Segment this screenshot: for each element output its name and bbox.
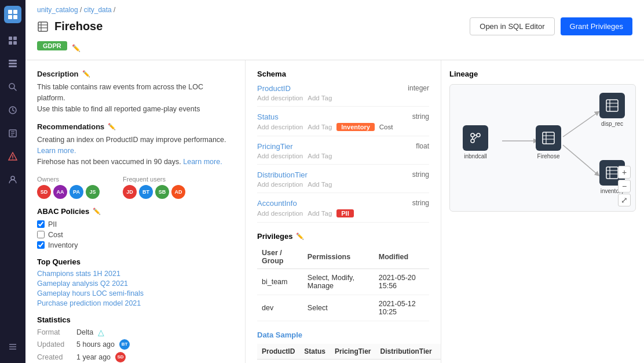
avatar[interactable]: SD — [37, 185, 51, 199]
description-edit-icon[interactable]: ✏️ — [82, 70, 90, 78]
abac-inventory-checkbox[interactable] — [37, 241, 45, 249]
sidebar-item-catalog[interactable] — [2, 53, 23, 74]
field-name-status[interactable]: Status — [257, 112, 279, 121]
data-sample-title: Data Sample — [257, 331, 429, 339]
svg-rect-10 — [9, 66, 17, 67]
schema-row-accountinfo: AccountInfostring Add description Add Ta… — [257, 199, 429, 223]
svg-rect-2 — [8, 15, 12, 19]
rec-learn-more-2[interactable]: Learn more. — [183, 158, 222, 166]
breadcrumb-unity-catalog[interactable]: unity_catalog — [37, 6, 78, 14]
lineage-node-inbndcall[interactable]: inbndcall — [463, 125, 488, 159]
lineage-node-firehose[interactable]: Firehose — [536, 125, 561, 159]
query-link-1[interactable]: Champions stats 1H 2021 — [37, 270, 233, 278]
inbndcall-label: inbndcall — [464, 153, 486, 159]
query-link-3[interactable]: Gameplay hours LOC semi-finals — [37, 289, 233, 297]
query-link-2[interactable]: Gameplay analysis Q2 2021 — [37, 279, 233, 288]
recommendations-edit-icon[interactable]: ✏️ — [108, 123, 116, 130]
disp-rec-box — [599, 93, 625, 118]
field-name-pricingtier[interactable]: PricingTier — [257, 142, 293, 151]
owners-row: Owners SD AA PA JS Frequent users JD BT … — [37, 176, 233, 199]
lineage-canvas[interactable]: inbndcall Firehose — [449, 84, 636, 212]
sidebar-item-settings[interactable] — [2, 336, 23, 357]
frequent-users-group: Frequent users JD BT SB AD — [123, 176, 185, 199]
svg-rect-4 — [9, 37, 12, 40]
schema-row-distributiontier: DistributionTierstring Add description A… — [257, 170, 429, 193]
avatar[interactable]: JD — [123, 185, 137, 199]
sidebar-item-grid[interactable] — [2, 30, 23, 51]
zoom-out-button[interactable]: − — [618, 180, 631, 193]
svg-rect-46 — [606, 167, 618, 179]
avatar[interactable]: JS — [86, 185, 100, 199]
sidebar-item-alerts[interactable] — [2, 146, 23, 167]
svg-rect-38 — [543, 132, 554, 144]
schema-row-productid: ProductIDinteger Add description Add Tag — [257, 84, 429, 107]
inbndcall-box — [463, 125, 488, 151]
rec-learn-more-1[interactable]: Learn more. — [37, 147, 76, 155]
created-avatar[interactable]: SD — [115, 352, 126, 362]
field-name-distributiontier[interactable]: DistributionTier — [257, 170, 308, 179]
priv-row-biteam: bi_team Select, Modify, Manage 2021-05-2… — [257, 269, 429, 295]
sample-distributiontier: Enterprise — [376, 360, 437, 364]
abac-cost-checkbox[interactable] — [37, 231, 45, 238]
query-link-4[interactable]: Purchase prediction model 2021 — [37, 299, 233, 307]
header: unity_catalog / city_data / Firehose Ope — [25, 0, 644, 60]
zoom-in-button[interactable]: + — [618, 166, 631, 179]
abac-cost-row: Cost — [37, 231, 233, 239]
sidebar-item-search[interactable] — [2, 77, 23, 97]
sidebar-item-governance[interactable] — [2, 169, 23, 190]
updated-avatar[interactable]: BT — [119, 339, 130, 350]
owners-avatars: SD AA PA JS — [37, 185, 100, 199]
svg-rect-1 — [13, 10, 17, 14]
sample-productid: 135018 — [257, 360, 299, 364]
top-queries-title: Top Queries — [37, 257, 233, 266]
lineage-title: Lineage — [449, 70, 636, 78]
sample-pricingtier: P1 — [330, 360, 375, 364]
priv-col-user: User / Group — [257, 245, 303, 269]
avatar[interactable]: AD — [171, 185, 185, 199]
field-name-productid[interactable]: ProductID — [257, 84, 291, 93]
avatar[interactable]: SB — [155, 185, 169, 199]
abac-edit-icon[interactable]: ✏️ — [93, 208, 101, 215]
gdpr-edit-icon[interactable]: ✏️ — [72, 44, 80, 52]
sidebar-item-pages[interactable] — [2, 123, 23, 144]
abac-pii-checkbox[interactable] — [37, 220, 45, 228]
priv-modified-dev: 2021-05-12 10:25 — [374, 295, 429, 321]
recommendations-section-title: Recommendations ✏️ — [37, 122, 233, 131]
sidebar-logo[interactable] — [4, 6, 21, 23]
stat-format: Format Delta △ — [37, 328, 233, 337]
priv-row-dev: dev Select 2021-05-12 10:25 — [257, 295, 429, 321]
recommendations-text: Creating an index on ProductID may impro… — [37, 135, 233, 167]
priv-col-permissions: Permissions — [303, 245, 374, 269]
fit-view-button[interactable]: ⤢ — [618, 194, 631, 206]
data-sample-table: ProductID Status PricingTier Distributio… — [257, 344, 441, 363]
field-name-accountinfo[interactable]: AccountInfo — [257, 199, 297, 208]
disp-rec-label: disp_rec — [601, 121, 623, 127]
svg-rect-25 — [38, 22, 47, 31]
left-panel: Description ✏️ This table contains raw e… — [25, 60, 246, 363]
lineage-controls: + − ⤢ — [618, 166, 631, 206]
delta-icon: △ — [98, 328, 104, 337]
lineage-node-disp-rec[interactable]: disp_rec — [599, 93, 625, 127]
firehose-label: Firehose — [537, 153, 560, 159]
description-text: This table contains raw events from acro… — [37, 82, 233, 114]
owners-label: Owners — [37, 176, 100, 183]
svg-line-37 — [474, 137, 477, 139]
owners-group: Owners SD AA PA JS — [37, 176, 100, 199]
privileges-table: User / Group Permissions Modified bi_tea… — [257, 245, 429, 321]
open-sql-editor-button[interactable]: Open in SQL Editor — [470, 17, 554, 35]
avatar[interactable]: AA — [53, 185, 67, 199]
center-panel: Schema ProductIDinteger Add description … — [246, 60, 441, 363]
avatar[interactable]: BT — [139, 185, 153, 199]
title-row: Firehose Open in SQL Editor Grant Privil… — [37, 17, 632, 41]
breadcrumb-city-data[interactable]: city_data — [84, 6, 112, 14]
sample-col-distributiontier: DistributionTier — [376, 344, 437, 360]
svg-point-34 — [471, 139, 474, 143]
avatar[interactable]: PA — [69, 185, 83, 199]
sidebar-item-history[interactable] — [2, 100, 23, 121]
privileges-edit-icon[interactable]: ✏️ — [296, 233, 304, 240]
frequent-users-avatars: JD BT SB AD — [123, 185, 185, 199]
priv-modified-biteam: 2021-05-20 15:56 — [374, 269, 429, 295]
grant-privileges-button[interactable]: Grant Privileges — [561, 17, 632, 35]
sample-col-productid: ProductID — [257, 344, 299, 360]
inventory-badge: Inventory — [336, 123, 375, 131]
